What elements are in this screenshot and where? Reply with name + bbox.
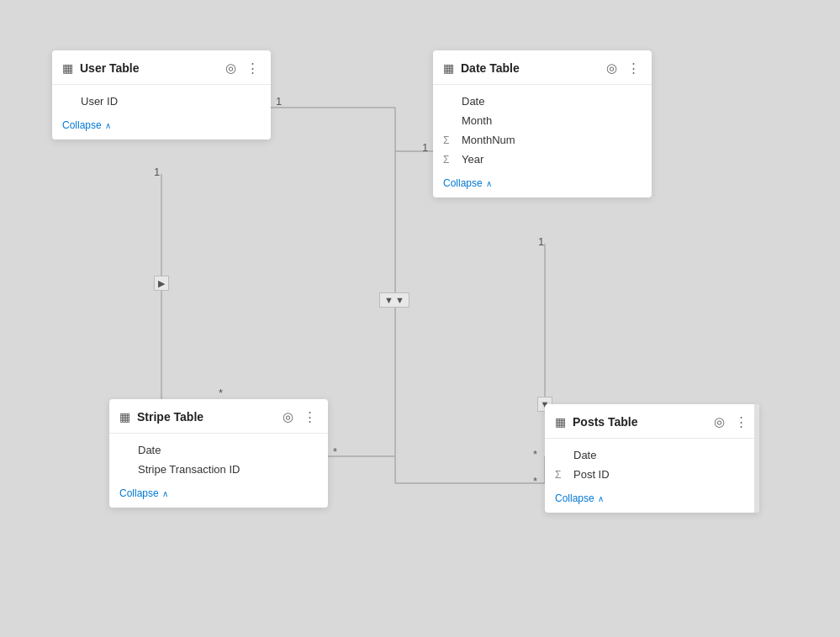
- date-table-header-left: ▦ Date Table: [443, 61, 520, 75]
- user-table-body: User ID: [52, 85, 271, 114]
- stripe-table-body: Date Stripe Transaction ID: [109, 434, 328, 482]
- date-field-year-sigma-icon: Σ: [443, 154, 457, 166]
- user-table-collapse[interactable]: Collapse ∧: [52, 114, 271, 140]
- posts-table-icon: ▦: [555, 415, 566, 429]
- posts-field-postid-label: Post ID: [573, 468, 610, 481]
- user-table-more-icon[interactable]: ⋮: [245, 59, 261, 77]
- posts-table-header-left: ▦ Posts Table: [555, 415, 638, 429]
- stripe-table-eye-icon[interactable]: ◎: [281, 408, 295, 426]
- date-table-more-icon[interactable]: ⋮: [626, 59, 642, 77]
- user-table-icon: ▦: [62, 61, 73, 75]
- user-table-collapse-label: Collapse: [62, 119, 102, 131]
- date-field-year-label: Year: [462, 153, 483, 166]
- stripe-collapse-arrow-icon: ∧: [162, 489, 168, 498]
- stripe-table-more-icon[interactable]: ⋮: [302, 408, 318, 426]
- cardinality-many-c: *: [533, 448, 537, 461]
- posts-scrollbar[interactable]: [754, 404, 759, 513]
- user-table-header: ▦ User Table ◎ ⋮: [52, 50, 271, 85]
- user-table-title: User Table: [80, 61, 140, 75]
- posts-field-date-label: Date: [573, 449, 596, 461]
- date-table-eye-icon[interactable]: ◎: [605, 59, 619, 77]
- date-table-title: Date Table: [461, 61, 520, 75]
- cardinality-many-a: *: [219, 387, 223, 399]
- stripe-table-collapse-label: Collapse: [119, 487, 159, 499]
- date-field-monthnum-sigma-icon: Σ: [443, 134, 457, 146]
- posts-table-more-icon[interactable]: ⋮: [733, 413, 749, 431]
- posts-field-date: Date: [555, 445, 749, 465]
- date-table-collapse[interactable]: Collapse ∧: [433, 172, 652, 197]
- stripe-table-collapse[interactable]: Collapse ∧: [109, 482, 328, 508]
- user-field-userid: User ID: [62, 92, 261, 111]
- connector-arrow-2: ▼▼: [379, 292, 409, 308]
- user-table: ▦ User Table ◎ ⋮ User ID Collapse ∧: [52, 50, 271, 140]
- posts-field-postid: Σ Post ID: [555, 465, 749, 484]
- cardinality-1b: 1: [422, 141, 428, 154]
- posts-table-header-right: ◎ ⋮: [712, 413, 749, 431]
- cardinality-1c: 1: [154, 166, 160, 178]
- date-table-collapse-label: Collapse: [443, 177, 483, 189]
- date-field-month: Month: [443, 111, 642, 130]
- stripe-table-title: Stripe Table: [137, 410, 203, 424]
- date-table-header: ▦ Date Table ◎ ⋮: [433, 50, 652, 85]
- posts-table-header: ▦ Posts Table ◎ ⋮: [545, 404, 759, 439]
- date-table-header-right: ◎ ⋮: [605, 59, 642, 77]
- posts-collapse-arrow-icon: ∧: [598, 494, 604, 503]
- date-table-body: Date Month Σ MonthNum Σ Year: [433, 85, 652, 172]
- cardinality-many-d: *: [533, 475, 537, 487]
- date-table-icon: ▦: [443, 61, 454, 75]
- date-table: ▦ Date Table ◎ ⋮ Date Month Σ MonthNum: [433, 50, 652, 197]
- stripe-field-date-label: Date: [138, 444, 161, 456]
- stripe-field-transid: Stripe Transaction ID: [119, 460, 318, 479]
- stripe-table-header: ▦ Stripe Table ◎ ⋮: [109, 399, 328, 434]
- stripe-table: ▦ Stripe Table ◎ ⋮ Date Stripe Transacti…: [109, 399, 328, 508]
- stripe-field-date: Date: [119, 440, 318, 460]
- posts-table-collapse-label: Collapse: [555, 492, 594, 504]
- posts-field-postid-sigma-icon: Σ: [555, 469, 568, 481]
- user-table-eye-icon[interactable]: ◎: [224, 59, 238, 77]
- date-field-month-label: Month: [462, 114, 492, 127]
- user-field-userid-label: User ID: [81, 95, 118, 108]
- stripe-table-header-left: ▦ Stripe Table: [119, 410, 203, 424]
- cardinality-1a: 1: [276, 95, 282, 108]
- user-collapse-arrow-icon: ∧: [105, 121, 111, 130]
- cardinality-many-b: *: [333, 445, 337, 458]
- diagram-canvas: ▶ ▼▼ ▼ 1 1 1 1 * * * * ▦ User Table ◎ ⋮ …: [0, 0, 840, 637]
- date-field-date: Date: [443, 92, 642, 111]
- user-table-header-right: ◎ ⋮: [224, 59, 261, 77]
- posts-table-body: Date Σ Post ID: [545, 439, 759, 487]
- stripe-table-header-right: ◎ ⋮: [281, 408, 318, 426]
- date-field-monthnum-label: MonthNum: [462, 134, 515, 146]
- cardinality-1d: 1: [538, 235, 544, 248]
- date-field-date-label: Date: [462, 95, 484, 108]
- posts-table: ▦ Posts Table ◎ ⋮ Date Σ Post ID Collaps…: [545, 404, 759, 513]
- user-table-header-left: ▦ User Table: [62, 61, 140, 75]
- stripe-table-icon: ▦: [119, 410, 130, 424]
- stripe-field-transid-label: Stripe Transaction ID: [138, 463, 240, 476]
- date-field-year: Σ Year: [443, 150, 642, 169]
- posts-table-title: Posts Table: [573, 415, 638, 429]
- posts-table-eye-icon[interactable]: ◎: [712, 413, 726, 431]
- connector-arrow-1: ▶: [154, 276, 169, 291]
- date-collapse-arrow-icon: ∧: [486, 179, 492, 188]
- posts-table-collapse[interactable]: Collapse ∧: [545, 487, 759, 513]
- date-field-monthnum: Σ MonthNum: [443, 130, 642, 150]
